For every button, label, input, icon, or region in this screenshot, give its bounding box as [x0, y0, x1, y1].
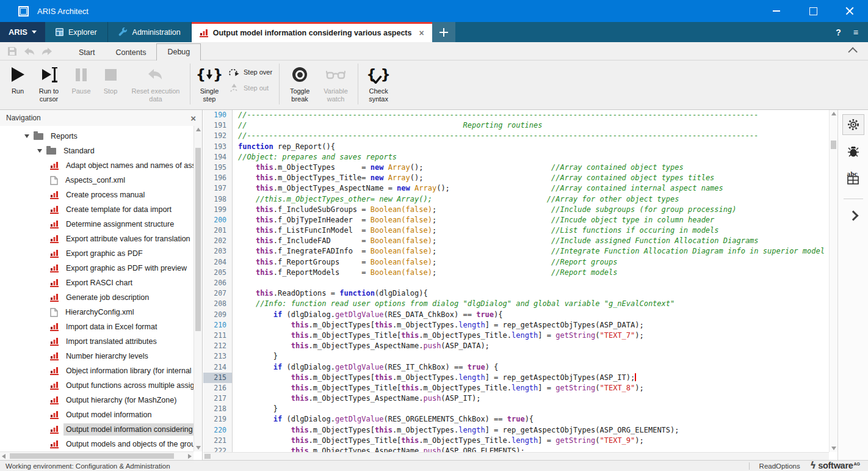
line-number[interactable]: 210 — [203, 320, 233, 330]
scrollbar-thumb[interactable] — [10, 453, 174, 459]
line-number[interactable]: 205 — [203, 268, 233, 278]
line-number[interactable]: 193 — [203, 142, 233, 152]
tree-item[interactable]: Export RASCI chart — [0, 276, 193, 290]
editor-vertical-scrollbar[interactable] — [829, 110, 837, 452]
line-number[interactable]: 190 — [203, 110, 233, 120]
menu-button[interactable]: ≡ — [853, 27, 858, 37]
close-button[interactable] — [831, 0, 868, 22]
tree-item[interactable]: Export attribute values for translation — [0, 232, 193, 246]
line-number[interactable]: 216 — [203, 383, 233, 393]
code-line[interactable]: 196 this.m_ObjectTypes_Title= new Array(… — [203, 173, 829, 183]
line-number[interactable]: 204 — [203, 257, 233, 268]
line-number[interactable]: 201 — [203, 225, 233, 236]
tree-item[interactable]: Aspects_conf.xml — [0, 173, 193, 188]
line-number[interactable]: 208 — [203, 299, 233, 309]
tab-document-active[interactable]: Output model information considering var… — [192, 22, 432, 42]
line-number[interactable]: 212 — [203, 341, 233, 351]
code-line[interactable]: 210 this.m_ObjectTypes[this.m_ObjectType… — [203, 320, 829, 330]
close-panel-icon[interactable]: × — [190, 113, 196, 123]
line-number[interactable]: 192 — [203, 131, 233, 141]
line-number[interactable]: 217 — [203, 393, 233, 404]
tree-folder[interactable]: Standard — [0, 144, 193, 158]
scroll-down-arrow[interactable] — [196, 446, 201, 450]
code-line[interactable]: 217 this.m_ObjectTypes_AspectName.push(A… — [203, 393, 829, 404]
string-table-button[interactable]: abc — [842, 168, 864, 189]
line-number[interactable]: 196 — [203, 173, 233, 183]
line-number[interactable]: 213 — [203, 351, 233, 362]
wheel-button[interactable] — [842, 114, 864, 135]
line-number[interactable]: 203 — [203, 246, 233, 257]
expand-panel-button[interactable] — [842, 208, 864, 224]
run-button[interactable]: Run — [4, 60, 32, 109]
line-number[interactable]: 200 — [203, 215, 233, 225]
tree-item[interactable]: Create template for data import — [0, 202, 193, 217]
line-number[interactable]: 209 — [203, 310, 233, 320]
code-line[interactable]: 211 this.m_ObjectTypes_Title[this.m_Obje… — [203, 330, 829, 341]
code-line[interactable]: 202 this.f_IncludeFAD = Boolean(false); … — [203, 236, 829, 246]
line-number[interactable]: 214 — [203, 362, 233, 373]
nav-horizontal-scrollbar[interactable] — [0, 451, 193, 460]
editor-horizontal-scrollbar[interactable] — [203, 452, 829, 460]
code-line[interactable]: 206 — [203, 278, 829, 288]
tree-item[interactable]: Export graphic as PDF with preview — [0, 261, 193, 276]
code-line[interactable]: 219 if (dlgDialog.getDlgValue(RES_ORGELE… — [203, 414, 829, 425]
tree-item[interactable]: Object information library (for internal — [0, 363, 193, 378]
expander-icon[interactable] — [24, 134, 29, 138]
code-line[interactable]: 207 this.ReadOptions = function(dlgDialo… — [203, 288, 829, 299]
code-editor[interactable]: 190//-----------------------------------… — [203, 110, 829, 452]
line-number[interactable]: 197 — [203, 183, 233, 194]
new-tab-button[interactable] — [432, 22, 455, 42]
line-number[interactable]: 215 — [203, 373, 233, 383]
code-line[interactable]: 220 this.m_ObjectTypes[this.m_ObjectType… — [203, 425, 829, 436]
nav-vertical-scrollbar[interactable] — [193, 126, 202, 451]
code-line[interactable]: 222 this.m_ObjectTypes_AspectName.push(A… — [203, 446, 829, 452]
toggle-break-button[interactable]: Toggle break — [283, 60, 317, 109]
code-line[interactable]: 190//-----------------------------------… — [203, 110, 829, 120]
single-step-button[interactable]: {} Single step — [193, 60, 225, 109]
maximize-button[interactable] — [795, 0, 831, 22]
ribbon-tab-contents[interactable]: Contents — [105, 45, 156, 60]
line-number[interactable]: 198 — [203, 194, 233, 205]
collapse-ribbon-button[interactable] — [850, 48, 857, 54]
run-to-cursor-button[interactable]: Run to cursor — [32, 60, 66, 109]
code-line[interactable]: 201 this.f_ListFuncInModel = Boolean(fal… — [203, 225, 829, 236]
step-over-button[interactable]: Step over — [229, 67, 272, 77]
tree-item[interactable]: Create process manual — [0, 188, 193, 202]
tab-administration[interactable]: Administration — [108, 22, 192, 42]
tree-item[interactable]: Export graphic as PDF — [0, 246, 193, 261]
code-line[interactable]: 197 this.m_ObjectTypes_AspectName = new … — [203, 183, 829, 194]
tab-explorer[interactable]: Explorer — [45, 22, 108, 42]
tree-item[interactable]: Generate job description — [0, 290, 193, 305]
scroll-left-arrow[interactable] — [2, 454, 5, 459]
scroll-up-arrow[interactable] — [196, 128, 201, 131]
code-line[interactable]: 209 if (dlgDialog.getDlgValue(RES_DATA_C… — [203, 310, 829, 320]
scrollbar-thumb[interactable] — [204, 454, 211, 459]
line-number[interactable]: 220 — [203, 425, 233, 436]
code-line[interactable]: 194//Object: prepares and saves reports — [203, 152, 829, 162]
code-line[interactable]: 213 } — [203, 351, 829, 362]
ribbon-tab-debug[interactable]: Debug — [156, 43, 201, 60]
code-line[interactable]: 216 this.m_ObjectTypes_Title[this.m_Obje… — [203, 383, 829, 393]
line-number[interactable]: 218 — [203, 404, 233, 414]
line-number[interactable]: 199 — [203, 205, 233, 215]
line-number[interactable]: 211 — [203, 330, 233, 341]
tree-item[interactable]: Adapt object names and names of assi — [0, 158, 193, 173]
line-number[interactable]: 219 — [203, 414, 233, 425]
tree-folder[interactable]: Reports — [0, 129, 193, 144]
code-line[interactable]: 193function rep_Report(){ — [203, 142, 829, 152]
check-syntax-button[interactable]: {} Check syntax — [361, 60, 396, 109]
tree-item[interactable]: Determine assignment structure — [0, 217, 193, 232]
tree-item[interactable]: Output model information considering — [0, 422, 193, 437]
code-line[interactable]: 221 this.m_ObjectTypes_Title[this.m_Obje… — [203, 436, 829, 446]
code-line[interactable]: 191// Reporting routines — [203, 120, 829, 131]
ribbon-tab-start[interactable]: Start — [68, 45, 105, 60]
line-number[interactable]: 191 — [203, 120, 233, 131]
code-line[interactable]: 218 } — [203, 404, 829, 414]
code-line[interactable]: 204 this.f_ReportGroups = Boolean(false)… — [203, 257, 829, 268]
code-line[interactable]: 203 this.f_InegrateFADInfo = Boolean(fal… — [203, 246, 829, 257]
tree-item[interactable]: Output models and objects of the grou — [0, 437, 193, 451]
code-line[interactable]: 215 this.m_ObjectTypes[this.m_ObjectType… — [203, 373, 829, 383]
code-line[interactable]: 198 //this.m_ObjectTypes_other= new Arra… — [203, 194, 829, 205]
aris-menu-button[interactable]: ARIS — [0, 22, 45, 42]
line-number[interactable]: 221 — [203, 436, 233, 446]
